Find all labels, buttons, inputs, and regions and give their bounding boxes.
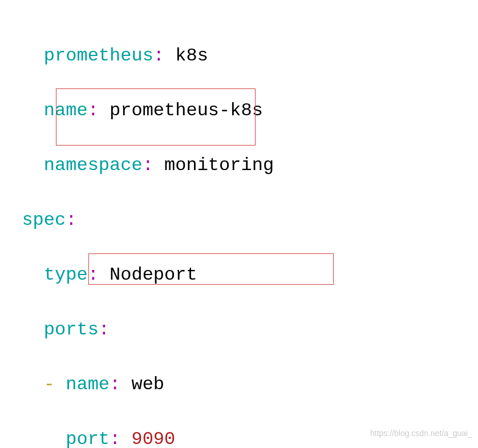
colon: : (153, 45, 164, 66)
indent (0, 429, 66, 448)
yaml-code-block: prometheus: k8s name: prometheus-k8s nam… (0, 0, 478, 448)
yaml-dash: - (44, 374, 55, 395)
code-line: prometheus: k8s (0, 42, 478, 70)
indent (0, 264, 44, 285)
code-line: spec: (0, 207, 478, 234)
indent (0, 155, 44, 176)
indent (0, 319, 44, 340)
watermark-text: https://blog.csdn.net/a_guai_ (370, 427, 472, 439)
indent (0, 374, 44, 395)
yaml-value: Nodeport (110, 264, 197, 285)
code-line: name: prometheus-k8s (0, 97, 478, 124)
yaml-key: prometheus (44, 45, 153, 66)
yaml-value: k8s (175, 45, 208, 66)
yaml-value: web (131, 374, 164, 395)
colon: : (88, 100, 99, 121)
colon: : (88, 264, 99, 285)
colon: : (66, 209, 76, 231)
yaml-key: port (66, 429, 110, 448)
yaml-key: namespace (44, 155, 143, 176)
code-line: - name: web (0, 371, 478, 398)
yaml-value: monitoring (164, 155, 274, 176)
colon: : (110, 374, 120, 395)
yaml-value: prometheus-k8s (110, 100, 263, 121)
colon: : (110, 429, 120, 448)
yaml-number: 9090 (131, 429, 175, 448)
colon: : (143, 155, 153, 176)
code-line: ports: (0, 316, 478, 344)
indent (0, 209, 22, 231)
yaml-key: name (44, 100, 88, 121)
yaml-key: type (44, 264, 88, 285)
yaml-key: ports (44, 319, 99, 340)
yaml-key: spec (22, 209, 66, 231)
indent (0, 100, 44, 121)
code-line: namespace: monitoring (0, 152, 478, 179)
yaml-key: name (66, 374, 110, 395)
code-line: type: Nodeport (0, 261, 478, 289)
indent (0, 45, 44, 66)
colon: : (99, 319, 110, 340)
